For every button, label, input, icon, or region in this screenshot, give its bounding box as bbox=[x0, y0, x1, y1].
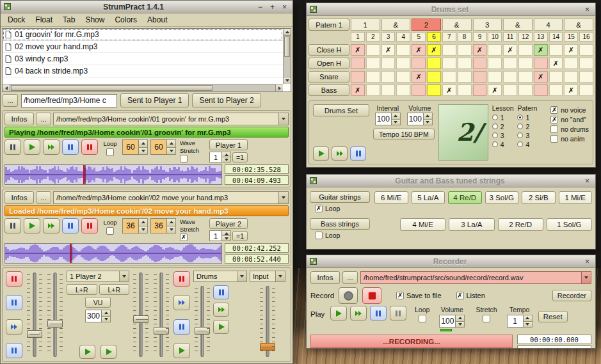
checkbox[interactable]: ✗ bbox=[550, 116, 558, 123]
guitar-string-button[interactable]: 5 La/A bbox=[412, 191, 445, 204]
drum-step-cell[interactable]: ✗ bbox=[549, 58, 563, 69]
pause-blue-button[interactable] bbox=[62, 218, 79, 233]
pattern-button[interactable]: Patern 1 bbox=[309, 19, 349, 31]
play-button[interactable] bbox=[24, 139, 40, 155]
save-to-file-checkbox[interactable]: ✗ bbox=[396, 292, 404, 299]
drums-option-no--and-[interactable]: ✗no "and" bbox=[550, 115, 589, 123]
lesson-option[interactable]: 1 bbox=[492, 113, 514, 122]
drum-row-label[interactable]: Close H bbox=[309, 44, 349, 56]
mixer-forward-button[interactable] bbox=[6, 319, 22, 335]
patern-radio[interactable] bbox=[517, 141, 523, 147]
stretch-spinner[interactable]: 1 bbox=[209, 230, 231, 241]
player2-right-spinner[interactable]: 36 bbox=[150, 218, 176, 233]
bass-string-button[interactable]: 2 Re/D bbox=[498, 218, 543, 231]
recorder-pause2-button[interactable] bbox=[390, 306, 406, 320]
patern-option[interactable]: 1 bbox=[517, 113, 537, 122]
bass-loop-checkbox[interactable] bbox=[315, 232, 323, 239]
recorder-infos-button[interactable]: Infos bbox=[310, 271, 340, 284]
drum-step-cell[interactable] bbox=[473, 58, 487, 69]
player2-left-spinner[interactable]: 36 bbox=[122, 218, 148, 233]
player2-file-combo[interactable]: /home/fred/mp3/Home cookin'/02 move your… bbox=[53, 191, 289, 204]
drum-step-cell[interactable]: ✗ bbox=[412, 44, 426, 56]
close-icon[interactable]: × bbox=[582, 176, 592, 186]
drum-step-cell[interactable]: ✗ bbox=[381, 44, 396, 56]
drum-step-cell[interactable] bbox=[366, 71, 380, 83]
drum-step-cell[interactable] bbox=[396, 58, 410, 69]
player2-waveform[interactable] bbox=[4, 243, 222, 264]
drum-step-cell[interactable] bbox=[518, 71, 533, 83]
drums-pause-button[interactable] bbox=[350, 146, 366, 161]
guitar-loop-checkbox[interactable]: ✗ bbox=[315, 205, 323, 212]
left-right-button[interactable]: L+R bbox=[67, 284, 97, 295]
drum-step-cell[interactable]: ✗ bbox=[427, 44, 441, 56]
playhead-marker[interactable] bbox=[70, 244, 71, 263]
lesson-radio[interactable] bbox=[492, 132, 498, 138]
pause-button[interactable] bbox=[4, 218, 21, 233]
stretch-spinner[interactable]: 1 bbox=[209, 152, 231, 162]
drum-step-cell[interactable] bbox=[351, 71, 365, 83]
chevron-down-icon[interactable] bbox=[278, 113, 288, 125]
drum-step-cell[interactable] bbox=[579, 71, 593, 83]
drum-step-cell[interactable] bbox=[488, 71, 502, 83]
drums-option-no-voice[interactable]: ✗no voice bbox=[550, 106, 589, 114]
player1-left-spinner[interactable]: 60 bbox=[122, 139, 148, 155]
bass-strings-button[interactable]: Bass strings bbox=[310, 218, 370, 230]
menu-float[interactable]: Float bbox=[31, 15, 57, 25]
titlebar[interactable]: Drums set × bbox=[307, 3, 595, 16]
spinner-down-icon[interactable] bbox=[424, 120, 433, 126]
drum-step-cell[interactable] bbox=[579, 84, 593, 96]
spinner-down-icon[interactable] bbox=[139, 226, 148, 234]
drum-step-cell[interactable] bbox=[442, 58, 456, 69]
bass-string-button[interactable]: 1 Sol/G bbox=[547, 218, 592, 231]
slider-handle[interactable] bbox=[133, 315, 148, 323]
forward-button[interactable] bbox=[43, 218, 60, 233]
guitar-string-button[interactable]: 3 Sol/G bbox=[485, 191, 519, 204]
chevron-down-icon[interactable] bbox=[119, 271, 129, 281]
scroll-left-icon[interactable] bbox=[3, 84, 10, 91]
drum-step-cell[interactable] bbox=[381, 71, 396, 83]
mixer-pause-button[interactable] bbox=[6, 295, 22, 310]
drum-step-cell[interactable] bbox=[396, 84, 410, 96]
drum-step-cell[interactable] bbox=[427, 58, 441, 69]
drum-step-cell[interactable] bbox=[381, 84, 396, 96]
spinner-up-icon[interactable] bbox=[424, 113, 433, 120]
mixer-pause-button[interactable] bbox=[6, 343, 22, 358]
spinner-up-icon[interactable] bbox=[102, 310, 111, 317]
drum-step-cell[interactable] bbox=[366, 44, 380, 56]
menu-colors[interactable]: Colors bbox=[110, 15, 141, 25]
drum-step-cell[interactable] bbox=[396, 71, 410, 83]
drums-option-no-anim[interactable]: no anim bbox=[550, 134, 589, 143]
patern-option[interactable]: 4 bbox=[517, 140, 537, 148]
reset-stretch-button[interactable]: =1 bbox=[232, 231, 248, 241]
drum-step-cell[interactable]: ✗ bbox=[351, 84, 365, 96]
loop-checkbox[interactable] bbox=[106, 227, 114, 235]
bass-string-button[interactable]: 3 La/A bbox=[449, 218, 494, 231]
lesson-radio[interactable] bbox=[492, 123, 498, 129]
guitar-string-button[interactable]: 6 Mi/E bbox=[374, 191, 408, 204]
drum-step-cell[interactable] bbox=[579, 44, 593, 56]
close-icon[interactable]: × bbox=[582, 4, 592, 15]
drum-step-cell[interactable] bbox=[473, 71, 487, 83]
close-icon[interactable]: × bbox=[280, 2, 289, 12]
player1-browse-button[interactable]: ... bbox=[36, 113, 51, 125]
mixer-channel-selector[interactable]: 1 Player 2 bbox=[67, 271, 129, 282]
mixer-play-button[interactable] bbox=[100, 345, 116, 359]
lesson-option[interactable]: 3 bbox=[492, 131, 514, 139]
playlist-item[interactable]: 01 groovin' for mr.G.mp3 bbox=[3, 29, 283, 41]
slider-handle[interactable] bbox=[260, 343, 275, 351]
drum-step-cell[interactable] bbox=[381, 58, 396, 69]
player1-select-button[interactable]: Player 1 bbox=[209, 139, 248, 150]
drums-play-button[interactable] bbox=[313, 146, 329, 161]
spinner-up-icon[interactable] bbox=[524, 315, 533, 322]
patern-radio[interactable] bbox=[517, 123, 523, 129]
chevron-down-icon[interactable] bbox=[275, 271, 285, 281]
chevron-down-icon[interactable] bbox=[278, 192, 288, 203]
send-to-player1-button[interactable]: Sent to Player 1 bbox=[120, 93, 189, 107]
drum-step-cell[interactable] bbox=[473, 84, 487, 96]
patern-radio[interactable] bbox=[517, 115, 523, 120]
loop-checkbox[interactable] bbox=[106, 148, 114, 156]
spinner-down-icon[interactable] bbox=[139, 148, 148, 155]
recorder-forward-button[interactable] bbox=[350, 306, 367, 320]
drum-step-cell[interactable]: ✗ bbox=[351, 44, 365, 56]
spinner-up-icon[interactable] bbox=[167, 139, 176, 148]
